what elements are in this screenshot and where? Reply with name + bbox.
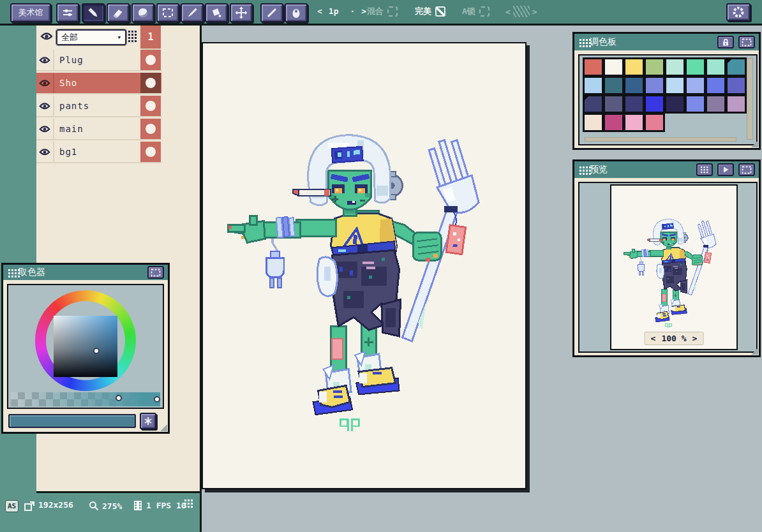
app-menu-button[interactable]: 美术馆 bbox=[10, 3, 51, 22]
preview-zoom-out[interactable]: < bbox=[651, 334, 656, 343]
tool-fill-button[interactable] bbox=[205, 3, 228, 22]
palette-swatch[interactable] bbox=[604, 95, 624, 113]
tool-select-button[interactable] bbox=[156, 3, 179, 22]
palette-swatch[interactable] bbox=[624, 114, 644, 131]
marquee-select-icon bbox=[161, 6, 174, 19]
toggle-pixel-perfect-checkbox[interactable] bbox=[435, 6, 445, 17]
layer-visibility-toggle[interactable] bbox=[36, 96, 54, 116]
picker-detach-button[interactable] bbox=[147, 266, 164, 279]
palette-swatch[interactable] bbox=[665, 58, 685, 76]
eye-icon bbox=[39, 79, 50, 87]
palette-swatch[interactable] bbox=[604, 77, 624, 94]
toggle-blend[interactable]: 混合 bbox=[367, 6, 398, 17]
tool-shade-button[interactable] bbox=[131, 3, 154, 22]
tool-eraser-button[interactable] bbox=[107, 3, 130, 22]
drawing-canvas[interactable] bbox=[202, 42, 527, 489]
picker-titlebar[interactable]: 取色器 bbox=[3, 265, 168, 280]
palette-horizontal-scrollbar[interactable] bbox=[585, 137, 736, 142]
tool-ink-button[interactable] bbox=[285, 3, 308, 22]
canvas-resize-icon[interactable] bbox=[23, 500, 36, 513]
resize-grip[interactable] bbox=[160, 424, 167, 431]
toggle-alpha-lock-label: A锁 bbox=[462, 6, 475, 17]
palette-swatch[interactable] bbox=[706, 95, 726, 113]
layer-visibility-toggle[interactable] bbox=[36, 50, 54, 70]
palette-swatch[interactable] bbox=[624, 95, 644, 113]
preview-play-button[interactable] bbox=[717, 163, 734, 176]
layer-frame-cell[interactable] bbox=[140, 142, 161, 163]
layer-frame-cell[interactable] bbox=[140, 50, 161, 71]
palette-swatch[interactable] bbox=[685, 58, 705, 76]
layer-visibility-toggle[interactable] bbox=[36, 142, 54, 162]
palette-swatch[interactable] bbox=[624, 58, 644, 76]
palette-detach-button[interactable] bbox=[738, 36, 755, 48]
dither-pattern-control[interactable]: < > bbox=[505, 6, 537, 17]
frame-column-header[interactable]: 1 bbox=[140, 26, 161, 50]
palette-swatch[interactable] bbox=[685, 95, 705, 113]
palette-swatch[interactable] bbox=[645, 95, 664, 113]
layer-visibility-toggle[interactable] bbox=[36, 73, 54, 93]
toggle-alpha-lock-checkbox[interactable] bbox=[479, 6, 489, 17]
tool-move-button[interactable] bbox=[230, 3, 253, 22]
preview-detach-button[interactable] bbox=[738, 163, 755, 176]
tool-pen-button[interactable] bbox=[181, 3, 204, 22]
preview-grid-button[interactable] bbox=[696, 163, 713, 176]
brush-size-value: 1p bbox=[329, 6, 339, 16]
tool-options-button[interactable] bbox=[56, 3, 79, 22]
tool-pencil-button[interactable] bbox=[82, 3, 105, 22]
preview-titlebar[interactable]: 预览 bbox=[574, 161, 759, 178]
palette-swatch[interactable] bbox=[706, 58, 726, 76]
layer-visibility-toggle[interactable] bbox=[36, 119, 54, 139]
palette-swatch[interactable] bbox=[624, 77, 644, 94]
palette-swatch[interactable] bbox=[583, 114, 603, 131]
toggle-blend-checkbox[interactable] bbox=[387, 6, 398, 17]
alpha-slider[interactable] bbox=[11, 392, 160, 406]
preview-zoom-in[interactable]: > bbox=[692, 334, 698, 343]
palette-lock-button[interactable] bbox=[717, 36, 734, 48]
palette-swatch[interactable] bbox=[583, 58, 603, 76]
pattern-next[interactable]: > bbox=[532, 7, 537, 17]
layers-drag-handle[interactable] bbox=[128, 31, 130, 33]
palette-swatch[interactable] bbox=[665, 95, 685, 113]
dots-grid-icon bbox=[579, 39, 581, 41]
sv-cursor[interactable] bbox=[93, 348, 100, 354]
palette-swatch[interactable] bbox=[685, 77, 705, 94]
preview-zoom-control[interactable]: < 100 % > bbox=[645, 332, 704, 345]
toggle-pixel-perfect[interactable]: 完美 bbox=[415, 6, 445, 17]
toggle-alpha-lock[interactable]: A锁 bbox=[462, 6, 489, 17]
palette-swatch[interactable] bbox=[706, 77, 726, 94]
alpha-cursor[interactable] bbox=[154, 396, 160, 403]
palette-swatch[interactable] bbox=[665, 77, 685, 94]
hue-cursor[interactable] bbox=[116, 395, 122, 401]
eye-icon[interactable] bbox=[40, 32, 53, 41]
app-menu-label: 美术馆 bbox=[19, 7, 43, 18]
brush-size-prev[interactable]: < bbox=[317, 6, 322, 16]
settings-button[interactable] bbox=[726, 3, 751, 21]
saturation-value-square[interactable] bbox=[54, 316, 117, 377]
palette-swatch[interactable] bbox=[726, 77, 746, 94]
zoom-indicator[interactable]: 275% bbox=[88, 500, 122, 512]
tool-line-button[interactable] bbox=[260, 3, 283, 22]
palette-swatch[interactable] bbox=[583, 77, 603, 94]
palette-swatch[interactable] bbox=[583, 95, 603, 113]
palette-titlebar[interactable]: 调色板 bbox=[574, 34, 759, 50]
palette-swatch[interactable] bbox=[645, 77, 664, 94]
palette-swatch[interactable] bbox=[604, 58, 624, 76]
palette-swatch[interactable] bbox=[645, 114, 664, 131]
layer-frame-cell[interactable] bbox=[140, 96, 161, 117]
resize-grip[interactable] bbox=[751, 140, 758, 147]
palette-swatch[interactable] bbox=[726, 58, 746, 76]
palette-swatch[interactable] bbox=[604, 114, 624, 131]
layer-filter-select[interactable]: 全部 ▾ bbox=[56, 29, 126, 45]
brush-size-next[interactable]: > bbox=[361, 6, 366, 16]
palette-swatch[interactable] bbox=[726, 95, 746, 113]
layer-frame-cell[interactable] bbox=[140, 119, 161, 140]
pattern-prev[interactable]: < bbox=[505, 7, 511, 17]
palette-vertical-scrollbar[interactable] bbox=[747, 58, 753, 140]
line-icon bbox=[265, 6, 278, 19]
palette-swatch[interactable] bbox=[645, 58, 664, 76]
resize-grip[interactable] bbox=[751, 348, 758, 355]
current-color-swatch[interactable] bbox=[8, 414, 136, 428]
picker-apply-button[interactable] bbox=[140, 413, 156, 429]
layer-frame-cell[interactable] bbox=[140, 73, 161, 94]
status-drag-handle[interactable] bbox=[183, 499, 190, 506]
